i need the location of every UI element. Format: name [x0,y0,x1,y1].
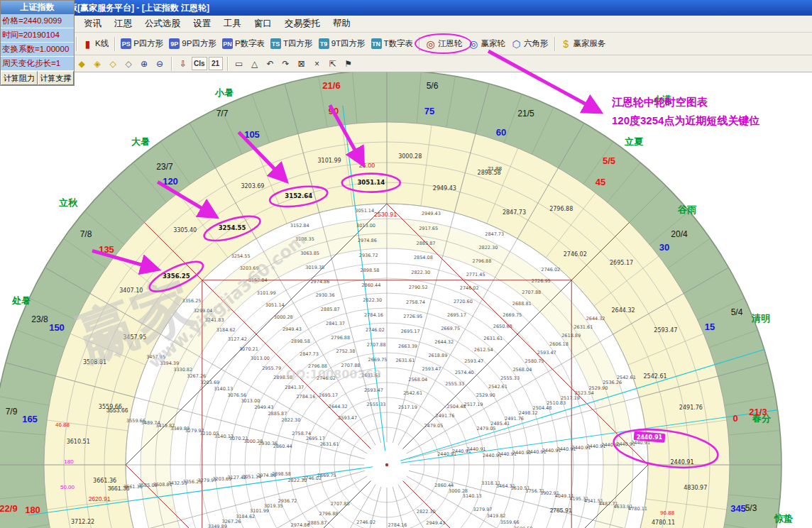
toolbar-p-square-button[interactable]: PSP四方形 [118,37,166,50]
svg-text:2644.32: 2644.32 [329,404,348,409]
toolbar-gann-wheel-button[interactable]: ◎江恩轮 [422,37,466,50]
svg-text:2746.02: 2746.02 [366,327,385,333]
gann-wheel-chart[interactable]: 2491.762542.612593.472644.322695.172746.… [0,72,812,528]
svg-text:2555.33: 2555.33 [445,381,464,387]
svg-text:2885.87: 2885.87 [268,411,287,417]
gann-annotation: 江恩轮中轮时空图表 120度3254点为近期短线关键位 [612,93,759,130]
svg-text:4830.97: 4830.97 [684,485,707,491]
svg-text:2822.30: 2822.30 [478,245,498,251]
toolbar-gann-wheel-label: 江恩轮 [438,38,463,49]
svg-text:2955.79: 2955.79 [262,365,281,371]
rotate-ccw-icon[interactable]: ↶ [263,57,278,70]
triangle-tool-icon[interactable]: △ [248,57,262,70]
svg-text:2707.88: 2707.88 [367,342,386,348]
panel-param-row-3: 周天变化步长=1 [1,57,74,71]
svg-text:2593.47: 2593.47 [422,366,441,372]
svg-text:2568.04: 2568.04 [512,367,532,373]
toolbar-hexagon-button[interactable]: ⬡六角形 [508,37,552,50]
gann-annotation-line2: 120度3254点为近期短线关键位 [612,111,759,130]
toolbar-winner-wheel-label: 赢家轮 [481,38,506,49]
panel-title: 上证指数 [1,1,74,14]
svg-text:2758.74: 2758.74 [292,431,311,436]
svg-text:3013.00: 3013.00 [251,356,270,361]
menu-资讯[interactable]: 资讯 [77,16,108,32]
svg-text:2440.91: 2440.91 [467,446,486,452]
diamond-solid-icon[interactable]: ◆ [75,57,89,70]
key-level-3254.55: 3254.55 [219,224,246,231]
menu-江恩[interactable]: 江恩 [108,16,138,32]
diamond-plain-icon[interactable]: ◇ [121,57,136,70]
menu-设置[interactable]: 设置 [187,16,217,32]
toolbar-t-table-button[interactable]: TNT数字表 [368,37,417,50]
delete-tool-icon[interactable]: × [310,57,324,70]
menu-帮助[interactable]: 帮助 [327,16,357,32]
toolbar-9p-square-button[interactable]: 9P9P四方形 [166,37,219,50]
svg-text:2822.30: 2822.30 [411,270,430,275]
diamond-half-icon[interactable]: ◈ [90,57,104,70]
svg-text:2517.19: 2517.19 [398,405,417,410]
svg-text:2695.17: 2695.17 [319,392,338,398]
svg-text:2898.58: 2898.58 [361,268,380,273]
toolbar-p-table-button[interactable]: PNP数字表 [219,37,268,50]
menu-公式选股[interactable]: 公式选股 [138,16,187,32]
cis-tool-icon[interactable]: CIs [192,57,207,70]
zoom-in-icon[interactable]: ⊕ [137,57,151,70]
toolbar-kline-button[interactable]: ▮K线 [79,37,111,50]
svg-text:3349.89: 3349.89 [208,524,227,528]
svg-text:2504.48: 2504.48 [447,404,466,409]
svg-text:2847.73: 2847.73 [485,231,504,237]
move-tool-icon[interactable]: ⇱ [326,57,340,70]
svg-text:4780.11: 4780.11 [652,519,675,526]
zoom-out-icon[interactable]: ⊖ [153,57,167,70]
svg-text:2720.60: 2720.60 [454,299,473,304]
diamond-outline-icon[interactable]: ◇ [106,57,120,70]
toolbar-winner-wheel-button[interactable]: ◎赢家轮 [466,37,509,50]
rect-tool-icon[interactable]: ▭ [232,57,246,70]
calc-resistance-button[interactable]: 计算阻力 [1,71,38,85]
svg-text:2949.43: 2949.43 [433,185,456,192]
draw-toolbar: ◀▶▲▼◆◈◇◇⊕⊖⇩CIs21▭△↶↷⊠×⇱⚑ [0,55,812,72]
svg-text:2644.32: 2644.32 [611,307,635,314]
svg-text:2949.43: 2949.43 [426,520,445,526]
toolbar-9p-square-label: 9P四方形 [182,38,216,49]
title-bar: 赢 赢家江恩专业版[赢家服务平台] - [上证指数 江恩轮] [0,0,812,16]
svg-text:2707.88: 2707.88 [331,501,350,507]
svg-text:2542.61: 2542.61 [644,373,667,380]
svg-text:2784.16: 2784.16 [364,312,383,318]
svg-text:2974.86: 2974.86 [310,279,329,285]
menu-窗口[interactable]: 窗口 [248,16,278,32]
toolbar-winner-service-button[interactable]: $赢家服务 [558,37,609,50]
t-table-icon: TN [371,38,382,49]
panel-param-row-2: 变换系数=1.00000 [1,43,74,57]
calendar-21-icon[interactable]: 21 [209,57,223,70]
svg-text:2580.75: 2580.75 [525,358,544,364]
watermark: QQ:100800360 [286,368,381,381]
rotate-cw-icon[interactable]: ↷ [279,57,293,70]
toolbar-kline-label: K线 [95,38,109,49]
flag-tool-icon[interactable]: ⚑ [341,57,356,70]
toolbar-t-square-button[interactable]: TST四方形 [268,37,316,50]
toolbar-t-table-label: T数字表 [384,38,414,49]
svg-text:3559.66: 3559.66 [99,404,122,410]
calc-support-button[interactable]: 计算支撑 [38,71,75,85]
svg-text:2593.47: 2593.47 [464,358,483,364]
gann-annotation-line1: 江恩轮中轮时空图表 [612,93,759,111]
svg-text:2695.17: 2695.17 [610,260,633,266]
svg-text:2822.30: 2822.30 [282,417,301,423]
menu-交易委托[interactable]: 交易委托 [278,16,327,32]
menu-工具[interactable]: 工具 [217,16,248,32]
svg-text:2631.61: 2631.61 [320,441,339,447]
svg-text:2491.76: 2491.76 [436,413,455,419]
toolbar-p-square-label: P四方形 [133,38,163,49]
erase-box-icon[interactable]: ⊠ [295,57,309,70]
svg-text:2726.95: 2726.95 [403,314,422,319]
svg-text:4780.11: 4780.11 [628,506,647,512]
svg-text:3019.35: 3019.35 [305,265,324,270]
p-square-icon: PS [121,38,131,49]
p-table-icon: PN [222,38,233,49]
svg-text:2644.32: 2644.32 [434,339,454,345]
svg-text:2536.26: 2536.26 [603,380,622,385]
drop-marker-icon[interactable]: ⇩ [176,57,190,70]
toolbar-9t-square-button[interactable]: T99T四方形 [316,37,368,50]
svg-text:2555.33: 2555.33 [500,375,520,381]
